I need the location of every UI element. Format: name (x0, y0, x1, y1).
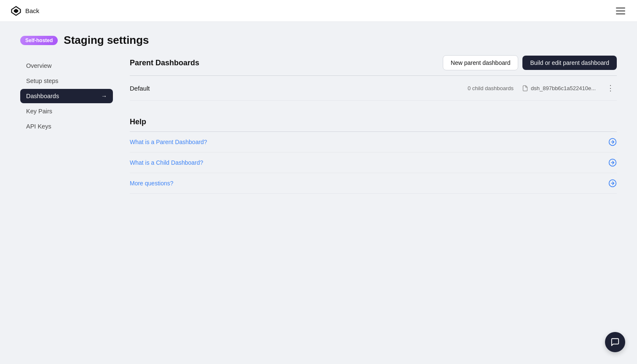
main-layout: Overview Setup steps Dashboards → Key Pa… (0, 55, 637, 194)
help-link-parent-dashboard[interactable]: What is a Parent Dashboard? (130, 139, 207, 145)
dashboard-id: dsh_897bb6c1a522410e... (522, 85, 596, 91)
section-header: Parent Dashboards New parent dashboard B… (130, 55, 617, 76)
sidebar-item-overview[interactable]: Overview (20, 59, 113, 73)
sidebar-item-setup-steps[interactable]: Setup steps (20, 74, 113, 88)
back-label: Back (25, 7, 39, 14)
page-header: Self-hosted Staging settings (0, 22, 637, 55)
sidebar-item-label: Key Pairs (26, 108, 52, 115)
back-button[interactable]: Back (10, 5, 39, 17)
circle-arrow-icon (608, 158, 617, 167)
sidebar-item-label: Dashboards (26, 93, 59, 99)
help-link-more-questions[interactable]: More questions? (130, 180, 174, 187)
svg-marker-1 (14, 8, 19, 13)
child-count: 0 child dashboards (468, 85, 514, 91)
help-item-more-questions[interactable]: More questions? (130, 173, 617, 194)
new-parent-dashboard-button[interactable]: New parent dashboard (443, 55, 519, 70)
circle-arrow-icon (608, 179, 617, 187)
section-actions: New parent dashboard Build or edit paren… (443, 55, 617, 70)
chat-button[interactable] (605, 332, 625, 352)
help-section-title: Help (130, 118, 617, 132)
sidebar-item-label: Overview (26, 62, 51, 69)
parent-dashboards-section: Parent Dashboards New parent dashboard B… (130, 55, 617, 101)
hamburger-menu[interactable] (614, 6, 627, 16)
logo-icon (10, 5, 22, 17)
circle-arrow-icon (608, 138, 617, 146)
table-row: Default 0 child dashboards dsh_897bb6c1a… (130, 76, 617, 101)
help-link-child-dashboard[interactable]: What is a Child Dashboard? (130, 159, 203, 166)
sidebar: Overview Setup steps Dashboards → Key Pa… (20, 55, 113, 194)
sidebar-active-arrow-icon: → (101, 93, 107, 99)
help-item-child-dashboard[interactable]: What is a Child Dashboard? (130, 153, 617, 173)
more-options-button[interactable]: ⋮ (604, 83, 617, 94)
sidebar-item-dashboards[interactable]: Dashboards → (20, 89, 113, 103)
sidebar-item-label: API Keys (26, 123, 51, 130)
dashboard-meta: 0 child dashboards dsh_897bb6c1a522410e.… (468, 83, 617, 94)
sidebar-item-label: Setup steps (26, 78, 59, 84)
section-title: Parent Dashboards (130, 59, 199, 67)
main-content: Parent Dashboards New parent dashboard B… (130, 55, 617, 194)
build-edit-dashboard-button[interactable]: Build or edit parent dashboard (522, 56, 617, 70)
help-item-parent-dashboard[interactable]: What is a Parent Dashboard? (130, 132, 617, 153)
self-hosted-badge: Self-hosted (20, 36, 58, 45)
document-icon (522, 85, 528, 91)
chat-icon (610, 337, 620, 347)
help-section: Help What is a Parent Dashboard? What is… (130, 118, 617, 194)
sidebar-item-api-keys[interactable]: API Keys (20, 119, 113, 134)
dashboard-name: Default (130, 85, 468, 92)
dashboard-id-value: dsh_897bb6c1a522410e... (531, 85, 596, 91)
page-title: Staging settings (64, 34, 149, 47)
sidebar-item-key-pairs[interactable]: Key Pairs (20, 104, 113, 118)
top-navigation: Back (0, 0, 637, 22)
